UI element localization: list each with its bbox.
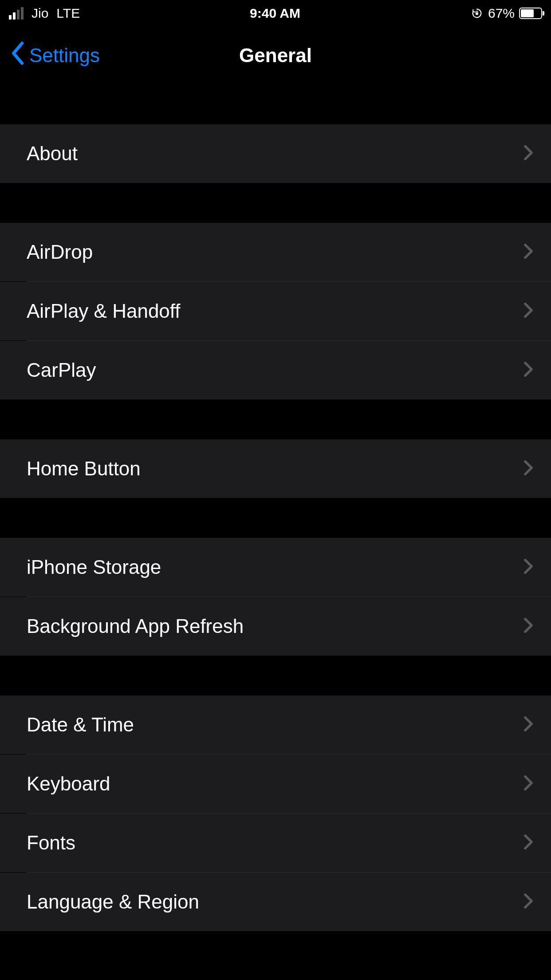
row-background-app-refresh[interactable]: Background App Refresh <box>0 597 551 656</box>
chevron-right-icon <box>523 145 533 162</box>
row-label: CarPlay <box>27 359 96 381</box>
chevron-right-icon <box>523 893 533 911</box>
battery-percent-label: 67% <box>488 6 515 21</box>
row-keyboard[interactable]: Keyboard <box>0 755 551 813</box>
row-label: Background App Refresh <box>27 615 244 637</box>
rotation-lock-icon <box>470 7 484 20</box>
row-label: Fonts <box>27 832 75 854</box>
row-label: iPhone Storage <box>27 556 161 578</box>
row-label: Date & Time <box>27 714 134 736</box>
network-type-label: LTE <box>56 6 80 21</box>
group-gap <box>0 84 551 124</box>
chevron-right-icon <box>523 243 533 261</box>
chevron-right-icon <box>523 775 533 793</box>
settings-list: AboutAirDropAirPlay & HandoffCarPlayHome… <box>0 84 551 931</box>
row-label: AirPlay & Handoff <box>27 300 180 322</box>
row-home-button[interactable]: Home Button <box>0 439 551 498</box>
row-label: About <box>27 142 78 165</box>
row-fonts[interactable]: Fonts <box>0 814 551 872</box>
row-date-time[interactable]: Date & Time <box>0 695 551 754</box>
group-gap <box>0 399 551 439</box>
chevron-right-icon <box>523 361 533 379</box>
row-iphone-storage[interactable]: iPhone Storage <box>0 538 551 597</box>
chevron-right-icon <box>523 716 533 734</box>
row-label: Home Button <box>27 458 141 480</box>
chevron-right-icon <box>523 617 533 635</box>
row-about[interactable]: About <box>0 124 551 183</box>
back-button-label: Settings <box>29 44 100 67</box>
row-carplay[interactable]: CarPlay <box>0 341 551 399</box>
nav-bar: Settings General <box>0 27 551 84</box>
status-bar: Jio LTE 9:40 AM 67% <box>0 0 551 27</box>
group-gap <box>0 656 551 695</box>
chevron-right-icon <box>523 460 533 478</box>
back-button[interactable]: Settings <box>0 42 100 69</box>
svg-rect-0 <box>476 12 478 15</box>
row-airdrop[interactable]: AirDrop <box>0 223 551 281</box>
chevron-right-icon <box>523 558 533 576</box>
row-language-region[interactable]: Language & Region <box>0 873 551 931</box>
row-label: AirDrop <box>27 241 93 263</box>
group-gap <box>0 498 551 538</box>
carrier-label: Jio <box>31 6 48 21</box>
signal-strength-icon <box>9 7 24 20</box>
chevron-right-icon <box>523 302 533 320</box>
row-label: Language & Region <box>27 891 199 913</box>
row-label: Keyboard <box>27 773 110 795</box>
chevron-right-icon <box>523 834 533 852</box>
battery-icon <box>519 8 542 19</box>
chevron-left-icon <box>11 42 26 69</box>
group-gap <box>0 183 551 223</box>
status-time: 9:40 AM <box>250 6 300 21</box>
row-airplay-handoff[interactable]: AirPlay & Handoff <box>0 282 551 340</box>
